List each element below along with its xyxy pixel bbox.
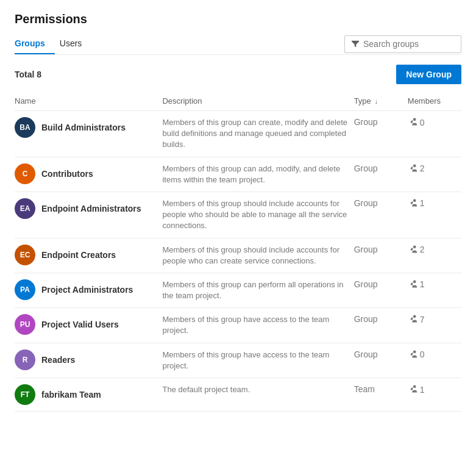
col-type[interactable]: Type ↓	[354, 91, 408, 111]
description-text: Members of this group can create, modify…	[162, 118, 347, 149]
tab-users[interactable]: Users	[60, 34, 92, 54]
col-name: Name	[15, 91, 162, 111]
name-cell: EA Endpoint Administrators	[15, 192, 162, 238]
members-count: 1	[420, 385, 425, 395]
members-icon	[408, 349, 417, 360]
description-cell: Members of this group have access to the…	[162, 308, 353, 343]
tabs-row: Groups Users	[15, 34, 461, 55]
col-description: Description	[162, 91, 353, 111]
table-row[interactable]: R Readers Members of this group have acc…	[15, 343, 461, 378]
filter-icon	[351, 39, 360, 49]
description-text: Members of this group can add, modify, a…	[162, 164, 340, 184]
name-cell: PU Project Valid Users	[15, 308, 162, 343]
description-cell: Members of this group can perform all op…	[162, 273, 353, 307]
members-icon	[408, 198, 417, 209]
group-name: fabrikam Team	[41, 390, 101, 399]
description-text: Members of this group have access to the…	[162, 315, 329, 335]
members-icon	[408, 314, 417, 324]
type-cell: Group	[354, 273, 408, 307]
description-cell: The default project team.	[162, 378, 353, 412]
avatar: PA	[15, 279, 35, 300]
name-cell: FT fabrikam Team	[15, 378, 162, 412]
avatar: EC	[15, 245, 35, 265]
content-area: Total 8 New Group Name Description Type …	[15, 55, 461, 412]
group-name: Project Administrators	[41, 285, 133, 295]
name-cell: BA Build Administrators	[15, 111, 162, 157]
members-icon	[408, 245, 417, 255]
members-count: 0	[420, 118, 425, 127]
members-icon	[408, 163, 417, 174]
members-count: 2	[420, 245, 425, 254]
search-box	[344, 35, 461, 53]
table-row[interactable]: C Contributors Members of this group can…	[15, 157, 461, 192]
type-cell: Group	[354, 308, 408, 343]
avatar: PU	[15, 314, 35, 335]
avatar: R	[15, 349, 35, 370]
members-count: 0	[420, 349, 425, 359]
name-cell: PA Project Administrators	[15, 273, 162, 307]
name-cell: R Readers	[15, 343, 162, 378]
search-input[interactable]	[363, 39, 455, 49]
description-text: Members of this group can perform all op…	[162, 280, 343, 300]
members-count: 1	[420, 198, 425, 208]
type-cell: Group	[354, 343, 408, 378]
group-name: Readers	[41, 355, 75, 365]
members-icon	[408, 384, 417, 395]
description-cell: Members of this group should include acc…	[162, 192, 353, 238]
sort-icon: ↓	[374, 98, 378, 105]
tab-groups[interactable]: Groups	[15, 34, 55, 54]
type-value: Group	[354, 117, 378, 127]
type-value: Group	[354, 314, 378, 324]
table-row[interactable]: PA Project Administrators Members of thi…	[15, 273, 461, 307]
description-cell: Members of this group have access to the…	[162, 343, 353, 378]
name-cell: EC Endpoint Creators	[15, 238, 162, 273]
group-name: Project Valid Users	[41, 320, 119, 329]
type-cell: Group	[354, 238, 408, 273]
groups-table: Name Description Type ↓ Members	[15, 91, 461, 412]
toolbar-row: Total 8 New Group	[15, 65, 461, 84]
type-cell: Group	[354, 157, 408, 192]
members-cell: 0	[408, 343, 461, 378]
members-cell: 2	[408, 238, 461, 273]
description-cell: Members of this group should include acc…	[162, 238, 353, 273]
avatar: C	[15, 163, 35, 184]
group-name: Endpoint Administrators	[41, 204, 141, 213]
new-group-button[interactable]: New Group	[396, 65, 461, 84]
table-row[interactable]: BA Build Administrators Members of this …	[15, 111, 461, 157]
description-text: Members of this group should include acc…	[162, 199, 347, 230]
tabs-container: Groups Users	[15, 34, 96, 54]
table-body: BA Build Administrators Members of this …	[15, 111, 461, 412]
members-cell: 7	[408, 308, 461, 343]
group-name: Build Administrators	[41, 123, 126, 132]
members-count: 1	[420, 279, 425, 289]
type-cell: Group	[354, 111, 408, 157]
total-label: Total 8	[15, 70, 41, 79]
type-value: Group	[354, 279, 378, 289]
table-row[interactable]: FT fabrikam Team The default project tea…	[15, 378, 461, 412]
table-row[interactable]: EA Endpoint Administrators Members of th…	[15, 192, 461, 238]
type-value: Team	[354, 384, 375, 394]
table-header-row: Name Description Type ↓ Members	[15, 91, 461, 111]
page-title: Permissions	[15, 12, 461, 26]
members-cell: 1	[408, 273, 461, 307]
table-row[interactable]: PU Project Valid Users Members of this g…	[15, 308, 461, 343]
type-value: Group	[354, 245, 378, 254]
description-cell: Members of this group can add, modify, a…	[162, 157, 353, 192]
members-icon	[408, 279, 417, 290]
avatar: EA	[15, 198, 35, 219]
description-text: Members of this group have access to the…	[162, 350, 329, 370]
name-cell: C Contributors	[15, 157, 162, 192]
type-value: Group	[354, 349, 378, 359]
type-value: Group	[354, 163, 378, 173]
members-count: 2	[420, 163, 425, 173]
members-cell: 1	[408, 378, 461, 412]
group-name: Contributors	[41, 169, 93, 179]
description-cell: Members of this group can create, modify…	[162, 111, 353, 157]
description-text: Members of this group should include acc…	[162, 245, 339, 265]
avatar: FT	[15, 384, 35, 405]
permissions-page: Permissions Groups Users Total 8 New Gro…	[0, 0, 476, 455]
members-count: 7	[420, 315, 425, 324]
description-text: The default project team.	[162, 385, 250, 394]
type-cell: Group	[354, 192, 408, 238]
table-row[interactable]: EC Endpoint Creators Members of this gro…	[15, 238, 461, 273]
